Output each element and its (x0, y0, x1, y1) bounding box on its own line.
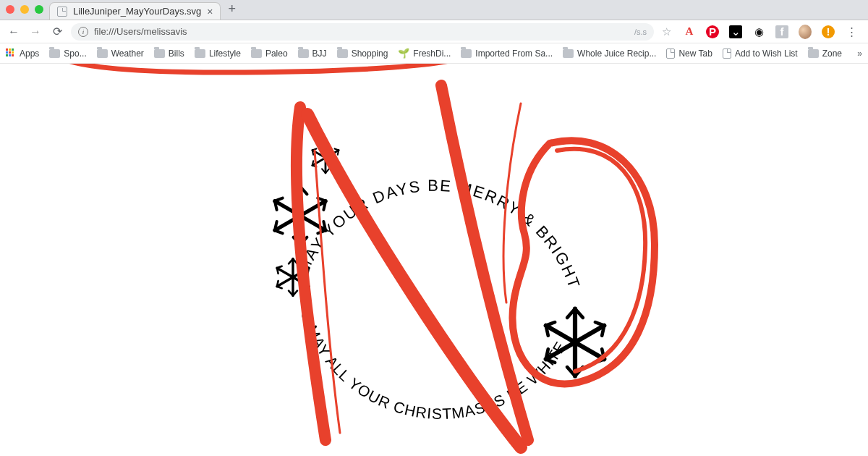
apps-button[interactable]: Apps (6, 48, 39, 59)
camera-icon[interactable]: ◉ (752, 25, 765, 38)
folder-icon (97, 49, 108, 58)
bookmark-item[interactable]: Weather (97, 48, 144, 59)
minimize-window-button[interactable] (20, 5, 29, 14)
svg-canvas: MAY YOUR DAYS BE MERRY & BRIGHT & MAY AL… (246, 78, 622, 455)
bookmarks-bar: Apps Spo... Weather Bills Lifestyle Pale… (0, 43, 868, 64)
bookmark-item[interactable]: Add to Wish List (723, 48, 798, 59)
leaf-icon: 🌱 (398, 48, 409, 59)
folder-icon (337, 49, 348, 58)
bookmark-item[interactable]: Shopping (337, 48, 388, 59)
bookmark-item[interactable]: Spo... (49, 48, 86, 59)
bookmark-item[interactable]: BJJ (298, 48, 327, 59)
pinterest-icon[interactable]: P (706, 25, 719, 38)
folder-icon (461, 49, 472, 58)
bookmark-item[interactable]: Bills (154, 48, 184, 59)
close-window-button[interactable] (6, 5, 14, 14)
extension-a-icon[interactable]: A (683, 25, 696, 38)
tab-title: LilleJuniper_MayYourDays.svg (73, 6, 201, 17)
site-info-icon[interactable]: i (78, 27, 88, 37)
chrome-menu-icon[interactable]: ⋮ (845, 25, 858, 38)
folder-icon (195, 49, 205, 58)
bookmarks-overflow-icon[interactable]: » (857, 48, 862, 59)
snowflake-icon (312, 143, 339, 173)
profile-avatar-icon[interactable] (799, 25, 812, 39)
browser-tab[interactable]: LilleJuniper_MayYourDays.svg × (49, 2, 221, 20)
bookmark-item[interactable]: New Tab (666, 48, 712, 59)
folder-icon (49, 49, 60, 58)
bookmark-item[interactable]: Lifestyle (195, 48, 241, 59)
apps-icon (6, 48, 16, 59)
bookmark-item[interactable]: Imported From Sa... (461, 48, 553, 59)
back-button[interactable]: ← (6, 25, 22, 38)
apps-label: Apps (20, 48, 39, 59)
facebook-icon[interactable]: f (775, 25, 788, 38)
snowflake-icon (275, 187, 326, 245)
address-bar-row: ← → ⟳ i file:///Users/melissavis /s.s ☆ … (0, 20, 868, 43)
page-icon (666, 48, 675, 59)
page-content: MAY YOUR DAYS BE MERRY & BRIGHT & MAY AL… (0, 64, 868, 456)
url-fade: /s.s (634, 28, 647, 36)
address-bar[interactable]: i file:///Users/melissavis /s.s (71, 23, 654, 41)
url-text: file:///Users/melissavis (94, 26, 187, 37)
page-icon (723, 48, 731, 59)
alert-icon[interactable]: ! (822, 25, 835, 38)
bookmark-star-icon[interactable]: ☆ (660, 25, 673, 38)
bookmark-item[interactable]: 🌱FreshDi... (398, 48, 451, 59)
svg-artwork: MAY YOUR DAYS BE MERRY & BRIGHT & MAY AL… (246, 78, 622, 456)
reload-button[interactable]: ⟳ (49, 25, 65, 38)
bookmark-item[interactable]: Paleo (251, 48, 288, 59)
toolbar-icons: ☆ A P ⌄ ◉ f ! ⋮ (660, 25, 862, 38)
forward-button[interactable]: → (27, 25, 43, 38)
file-icon (57, 7, 67, 17)
folder-icon (154, 49, 165, 58)
curved-text-top: MAY YOUR DAYS BE MERRY & BRIGHT (294, 177, 584, 292)
maximize-window-button[interactable] (35, 5, 43, 14)
bookmark-item[interactable]: Whole Juice Recip... (563, 48, 656, 59)
folder-icon (251, 49, 262, 58)
new-tab-button[interactable]: + (221, 1, 243, 20)
tab-strip: LilleJuniper_MayYourDays.svg × + (0, 0, 868, 20)
folder-icon (298, 49, 309, 58)
folder-icon (563, 49, 574, 58)
pocket-icon[interactable]: ⌄ (729, 25, 742, 38)
window-controls (6, 5, 49, 20)
curved-text-bottom: & MAY ALL YOUR CHRISTMASES BE WHITE (298, 309, 569, 422)
close-tab-icon[interactable]: × (207, 6, 213, 17)
bookmark-item[interactable]: Zone (808, 48, 842, 59)
folder-icon (808, 49, 819, 58)
